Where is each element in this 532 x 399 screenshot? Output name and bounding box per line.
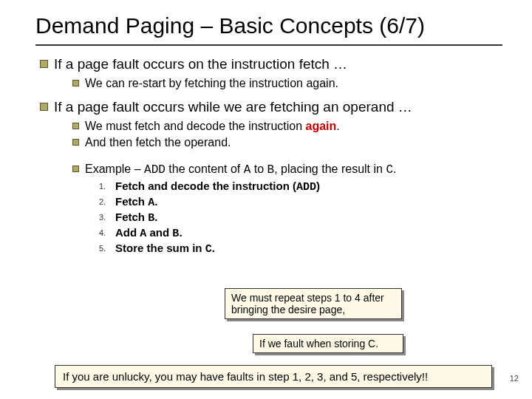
page-number: 12 [510,374,519,383]
bullet-icon [72,139,79,146]
bullet-icon [40,103,48,111]
bullet-icon [40,60,48,68]
bullet-icon [72,80,79,86]
step-3: 3.Fetch B. [99,211,502,225]
bullet-2: If a page fault occurs while we are fetc… [40,99,502,115]
step-4: 4.Add A and B. [99,226,502,240]
bullet-2-sub-3: Example – ADD the content of A to B, pla… [72,163,502,177]
slide-title: Demand Paging – Basic Concepts (6/7) [35,13,502,46]
footer-note: If you are unlucky, you may have faults … [55,365,492,388]
step-2: 2.Fetch A. [99,195,502,209]
callout-repeat-steps: We must repeat steps 1 to 4 after bringi… [225,288,402,319]
step-5: 5.Store the sum in C. [99,242,502,256]
bullet-1: If a page fault occurs on the instructio… [40,56,502,72]
bullet-1-sub-1: We can re-start by fetching the instruct… [72,77,502,90]
callout-fault-storing: If we fault when storing C. [253,334,403,353]
step-1: 1.Fetch and decode the instruction (ADD) [99,180,502,194]
bullet-icon [72,166,79,172]
bullet-2-sub-2: And then fetch the operand. [72,136,502,149]
bullet-icon [72,123,79,129]
bullet-2-sub-1: We must fetch and decode the instruction… [72,120,502,133]
